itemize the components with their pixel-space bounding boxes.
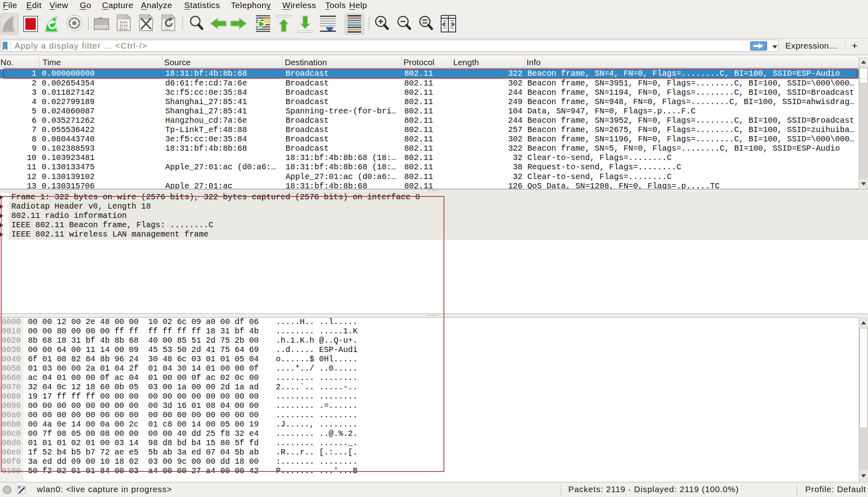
svg-text:111: 111 [164, 27, 170, 31]
svg-text:0111: 0111 [119, 27, 128, 31]
